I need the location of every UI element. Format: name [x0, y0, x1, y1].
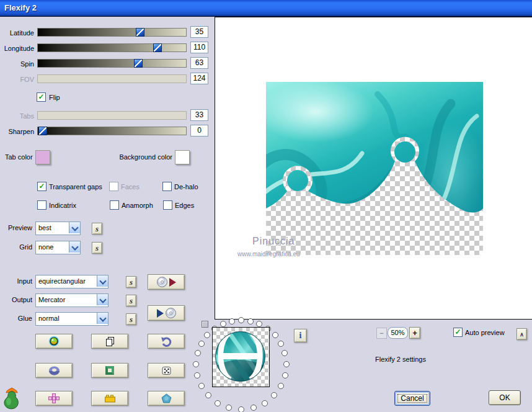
- input-random-button[interactable]: s: [126, 276, 136, 288]
- flaming-pear-logo[interactable]: [1, 387, 22, 412]
- dial-dot[interactable]: [247, 318, 254, 325]
- frame-button[interactable]: [91, 363, 128, 378]
- titlebar[interactable]: Flexify 2: [0, 0, 532, 17]
- tabs-value[interactable]: 33: [190, 109, 208, 121]
- spin-slider-thumb[interactable]: [134, 59, 143, 68]
- dice-icon: [161, 365, 172, 375]
- dial-dot[interactable]: [198, 341, 205, 347]
- lego-brick-icon: [104, 394, 116, 403]
- grid-select[interactable]: none: [35, 241, 81, 254]
- ok-button[interactable]: OK: [489, 390, 521, 405]
- torus-button[interactable]: [35, 363, 73, 378]
- dial-dot[interactable]: [278, 383, 284, 389]
- dial-dot[interactable]: [256, 321, 262, 327]
- copy-button[interactable]: [91, 334, 128, 349]
- dial-dot[interactable]: [282, 350, 288, 356]
- dial-dot[interactable]: [238, 406, 244, 412]
- flexify-dialog: Flexify 2 Latitude 35 Longitude 110 Spin…: [0, 0, 532, 412]
- latitude-slider-thumb[interactable]: [136, 28, 144, 37]
- latitude-slider[interactable]: [37, 28, 187, 37]
- undo-button[interactable]: [148, 334, 185, 349]
- preview-canvas[interactable]: Pinuccia www.maidiregrafica.eu: [215, 17, 532, 320]
- sharpen-label: Sharpen: [0, 127, 34, 136]
- dial-dot[interactable]: [282, 372, 288, 378]
- cube-net-icon: [48, 393, 60, 404]
- dial-dot[interactable]: [250, 405, 257, 411]
- auto-preview-checkbox[interactable]: ✓: [453, 328, 463, 337]
- edges-checkbox[interactable]: [163, 200, 172, 210]
- dial-dot[interactable]: [193, 361, 199, 367]
- dial-dot[interactable]: [283, 361, 290, 367]
- tab-color-label: Tab color: [5, 153, 33, 161]
- sharpen-slider[interactable]: [37, 127, 187, 135]
- indicatrix-checkbox[interactable]: [37, 200, 47, 210]
- zoom-in-button[interactable]: +: [409, 327, 420, 339]
- spin-label: Spin: [0, 60, 34, 68]
- dehalo-checkbox[interactable]: [162, 182, 172, 191]
- tab-color-swatch[interactable]: [35, 150, 50, 164]
- chevron-down-icon[interactable]: [97, 294, 108, 305]
- cancel-button[interactable]: Cancel: [394, 391, 430, 406]
- tabs-label: Tabs: [0, 112, 34, 120]
- dial-dot[interactable]: [205, 392, 211, 398]
- glue-select[interactable]: normal: [35, 312, 109, 326]
- dial-dot[interactable]: [215, 400, 221, 406]
- dial-handle[interactable]: [202, 321, 208, 328]
- dial-dot[interactable]: [229, 318, 235, 325]
- polyhedron-button[interactable]: [148, 391, 185, 406]
- sharpen-value[interactable]: 0: [190, 125, 208, 137]
- dial-dot[interactable]: [195, 350, 201, 356]
- undo-arrow-icon: [161, 336, 172, 347]
- chevron-down-icon[interactable]: [69, 241, 80, 253]
- longitude-slider[interactable]: [37, 43, 187, 52]
- faces-checkbox: [109, 182, 118, 191]
- zoom-out-button[interactable]: −: [376, 328, 387, 339]
- dial-dot[interactable]: [204, 332, 210, 338]
- dial-dot[interactable]: [198, 383, 205, 389]
- background-color-swatch[interactable]: [175, 150, 190, 164]
- load-settings-button[interactable]: [148, 274, 185, 290]
- output-random-button[interactable]: s: [126, 295, 136, 307]
- flip-checkbox[interactable]: ✓: [37, 92, 46, 102]
- brick-button[interactable]: [91, 391, 128, 406]
- transparent-gaps-checkbox[interactable]: ✓: [37, 182, 47, 191]
- grid-select-value: none: [38, 243, 53, 252]
- sharpen-slider-thumb[interactable]: [38, 127, 47, 135]
- longitude-value[interactable]: 110: [190, 42, 208, 53]
- glue-random-button[interactable]: s: [126, 313, 136, 325]
- dial-dot[interactable]: [271, 392, 277, 398]
- longitude-slider-thumb[interactable]: [153, 43, 162, 52]
- chevron-down-icon[interactable]: [97, 313, 108, 324]
- preview-random-button[interactable]: s: [92, 223, 102, 235]
- spin-value[interactable]: 63: [190, 57, 208, 69]
- chevron-down-icon[interactable]: [97, 275, 108, 287]
- settings-caption: Flexify 2 settings: [375, 356, 426, 363]
- dehalo-label: De-halo: [174, 182, 198, 191]
- dial-dot[interactable]: [194, 372, 200, 378]
- collapse-button[interactable]: ∧: [516, 328, 527, 340]
- chevron-down-icon[interactable]: [69, 222, 80, 233]
- cube-net-button[interactable]: [35, 391, 73, 406]
- input-label: Input: [0, 277, 32, 285]
- transparent-gaps-label: Transparent gaps: [49, 182, 102, 191]
- input-select[interactable]: equirectangular: [35, 275, 109, 289]
- dial-dot[interactable]: [238, 317, 244, 323]
- dial-dot[interactable]: [272, 332, 278, 338]
- snapshot-button[interactable]: [35, 334, 73, 349]
- dial-dot[interactable]: [262, 400, 268, 406]
- output-select[interactable]: Mercator: [35, 293, 109, 307]
- dial-dot[interactable]: [220, 321, 226, 327]
- randomize-button[interactable]: [148, 363, 185, 378]
- dial-dot[interactable]: [278, 341, 284, 347]
- anamorph-checkbox[interactable]: [110, 200, 119, 210]
- latitude-value[interactable]: 35: [190, 26, 208, 38]
- dial-dot[interactable]: [226, 405, 232, 411]
- grid-random-button[interactable]: s: [92, 242, 102, 254]
- preview-image[interactable]: [266, 82, 483, 255]
- spin-slider[interactable]: [37, 59, 187, 68]
- preview-select[interactable]: best: [35, 222, 81, 235]
- play-right-red-icon: [169, 278, 176, 287]
- preset-thumbnail[interactable]: [212, 327, 270, 387]
- save-settings-button[interactable]: [148, 305, 185, 321]
- fov-value[interactable]: 124: [190, 73, 208, 84]
